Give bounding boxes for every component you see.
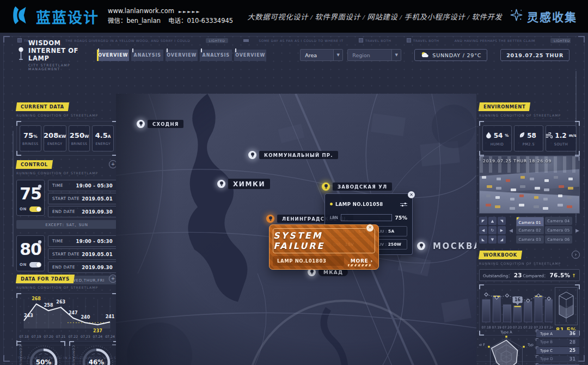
brightness-bar[interactable] xyxy=(341,214,392,221)
map-place-label: МОСКВА xyxy=(428,240,476,252)
svg-text:240: 240 xyxy=(81,315,90,320)
sun-cloud-icon xyxy=(420,51,429,59)
on-label: ON xyxy=(20,207,27,211)
stat-label: BRINESS xyxy=(22,142,39,145)
region-select[interactable]: Region ▼ xyxy=(347,49,401,61)
camera-button-camera-06[interactable]: Camera 06 xyxy=(545,235,573,244)
tab-overview-1[interactable]: OVERVIEW xyxy=(97,50,129,61)
lamp-pin-icon[interactable] xyxy=(266,215,274,223)
camera-button-camera-05[interactable]: Camera 05 xyxy=(545,226,573,234)
gauge-label: COMPARISON FOR xyxy=(19,345,22,365)
legend-row-type-c[interactable]: Type C25 xyxy=(536,347,579,354)
close-icon[interactable]: ✕ xyxy=(366,224,374,232)
legend-row-type-b[interactable]: Type B28 xyxy=(536,339,579,346)
map-marker-6[interactable]: МОСКВА xyxy=(417,240,476,252)
sliders-icon[interactable] xyxy=(400,199,407,209)
map-marker-1[interactable]: СХОДНЯ xyxy=(137,120,183,128)
car-blob xyxy=(530,178,534,180)
tab-label: OVERVIEW xyxy=(167,53,197,58)
environment-card: 58PM2.5 xyxy=(514,125,543,151)
power-toggle[interactable] xyxy=(29,206,41,212)
site-url: www.lanlanwork.com xyxy=(108,7,174,15)
car-blob xyxy=(558,194,562,197)
area-select[interactable]: Area ▼ xyxy=(300,49,343,61)
lamp-pin-icon[interactable] xyxy=(248,151,256,159)
lamp-pin-icon[interactable] xyxy=(137,120,145,128)
panel-subtitle: RUNNING CONDITION OF STREETLAMP xyxy=(479,113,580,117)
schedule-row: TIME19:00 - 05:30 xyxy=(48,235,117,247)
legend-value: 28 xyxy=(569,340,575,345)
panel-title-badge: DATA FOR 7DAYS xyxy=(16,275,75,283)
stat-value: 250W xyxy=(70,131,89,139)
map-marker-4[interactable]: ЗАВОДСКАЯ УЛ xyxy=(322,182,392,191)
city-map[interactable]: СХОДНЯКОММУНАЛЬНЫЙ ПР.ХИМКИЗАВОДСКАЯ УЛЛ… xyxy=(116,94,476,365)
close-icon[interactable]: ✕ xyxy=(408,191,415,198)
svg-text:241: 241 xyxy=(106,314,115,319)
legend-value: 25 xyxy=(569,348,575,353)
page-subtitle: CITY STREETLAMP MANAGEMENT xyxy=(28,63,88,71)
gauge-value: 50% xyxy=(26,344,62,365)
dpad-up-left-button[interactable]: ◤ xyxy=(479,217,487,225)
camera-button-camera-02[interactable]: Camera 02 xyxy=(516,226,544,234)
dpad-down-right-button[interactable]: ◢ xyxy=(498,235,506,244)
brand-logo: 蓝蓝设计 xyxy=(11,5,99,28)
tab-overview-5[interactable]: OVERVIEW xyxy=(234,50,266,61)
dpad-reset-button[interactable]: ↻ xyxy=(488,226,497,234)
map-marker-2[interactable]: КОММУНАЛЬНЫЙ ПР. xyxy=(248,151,338,159)
schedule-row: END DATE2019.09.30 xyxy=(48,261,117,273)
map-place-label: СХОДНЯ xyxy=(148,120,183,128)
environment-cards: 54%HUMID58PM2.51.2m/sSOUTH xyxy=(479,121,580,156)
lamp-pin-icon[interactable] xyxy=(322,182,330,191)
legend-row-type-a[interactable]: Type A36 xyxy=(536,330,579,337)
dashboard-header: WISDOM INTERNET OF LAMP CITY STREETLAMP … xyxy=(17,47,572,63)
camera-prev-icon[interactable]: ◀ xyxy=(509,228,513,233)
wind-icon xyxy=(546,130,553,141)
svg-text:07.24: 07.24 xyxy=(93,334,103,338)
lamp-pin-icon[interactable] xyxy=(417,242,425,250)
car-blob xyxy=(510,207,515,210)
expand-button[interactable]: › xyxy=(572,251,580,259)
promo-banner: 蓝蓝设计 www.lanlanwork.com►►►►► 微信：ben_lanl… xyxy=(0,0,588,33)
svg-text:07.19: 07.19 xyxy=(32,334,41,338)
tab-analysis-2[interactable]: ANALYSIS xyxy=(131,50,163,61)
legend-value: 36 xyxy=(569,331,575,336)
dpad-right-button[interactable]: ▶ xyxy=(498,226,506,234)
car-blob xyxy=(535,187,540,190)
tab-overview-3[interactable]: OVERVIEW xyxy=(166,50,198,61)
car-blob xyxy=(544,179,549,182)
env-label: PM2.5 xyxy=(523,142,535,147)
row-value: 19:00 - 05:30 xyxy=(76,239,113,244)
dpad-up-button[interactable]: ▲ xyxy=(488,217,497,225)
camera-button-camera-04[interactable]: Camera 04 xyxy=(545,217,573,225)
legend-row-type-d[interactable]: Type D31 xyxy=(536,356,579,363)
legend-label: Type D xyxy=(540,357,553,361)
car-blob xyxy=(519,194,524,197)
alert-title-box: SYSTEM FAILURE xyxy=(273,228,375,253)
camera-view[interactable]: 2019.07.25 THUR 18:26:09 xyxy=(479,156,580,214)
decorative-text: AND HAVING PERHAPS THE BETTER CLAIM xyxy=(455,39,535,42)
tab-analysis-4[interactable]: ANALYSIS xyxy=(200,50,232,61)
bulb-icon xyxy=(38,182,42,192)
outstanding-label: Outstanding： xyxy=(483,272,512,278)
camera-button-camera-03[interactable]: Camera 03 xyxy=(516,235,544,244)
camera-next-icon[interactable]: ▶ xyxy=(575,228,580,233)
inspiration-collect: 灵感收集 xyxy=(510,8,577,25)
dpad-down-button[interactable]: ▼ xyxy=(488,235,497,244)
lamp-pin-icon[interactable] xyxy=(217,180,225,188)
decorative-checkbox: TRAVEL BOTH xyxy=(407,38,439,42)
row-label: END DATE xyxy=(52,209,75,214)
map-marker-3[interactable]: ХИМКИ xyxy=(217,179,270,189)
sparkle-star-icon xyxy=(510,8,523,25)
panel-title-badge: CURRENT DATA xyxy=(16,102,69,111)
svg-text:07.18: 07.18 xyxy=(19,334,29,338)
logo-text: 蓝蓝设计 xyxy=(36,6,99,27)
dpad-left-button[interactable]: ◀ xyxy=(479,226,487,234)
car-blob xyxy=(510,198,514,200)
dpad-down-left-button[interactable]: ◣ xyxy=(479,235,487,244)
car-blob xyxy=(544,188,549,191)
contact-info: www.lanlanwork.com►►►►► 微信：ben_lanlan电话：… xyxy=(108,7,233,26)
car-blob xyxy=(559,185,564,188)
power-toggle[interactable] xyxy=(29,262,41,267)
env-value: 54 xyxy=(494,132,503,139)
dpad-up-right-button[interactable]: ◥ xyxy=(498,217,506,225)
